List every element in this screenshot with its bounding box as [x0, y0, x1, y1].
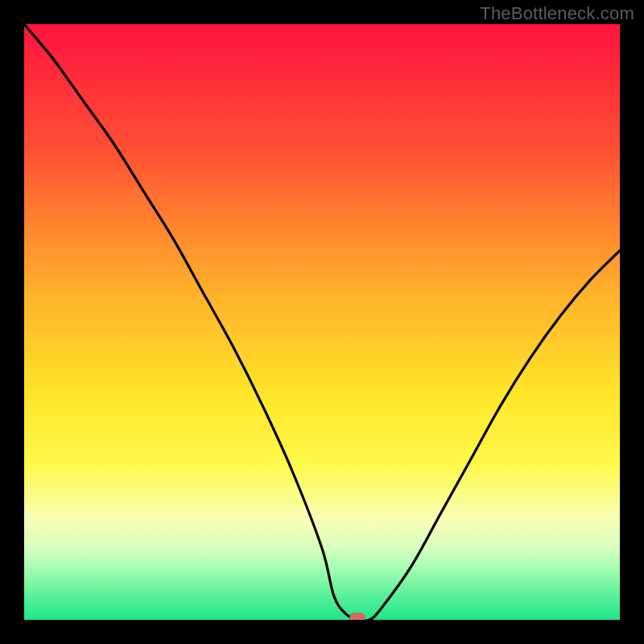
watermark-text: TheBottleneck.com — [480, 3, 634, 24]
plot-area — [24, 24, 620, 620]
chart-frame: TheBottleneck.com — [0, 0, 644, 644]
bottleneck-marker — [349, 613, 365, 620]
bottleneck-curve — [24, 24, 620, 620]
